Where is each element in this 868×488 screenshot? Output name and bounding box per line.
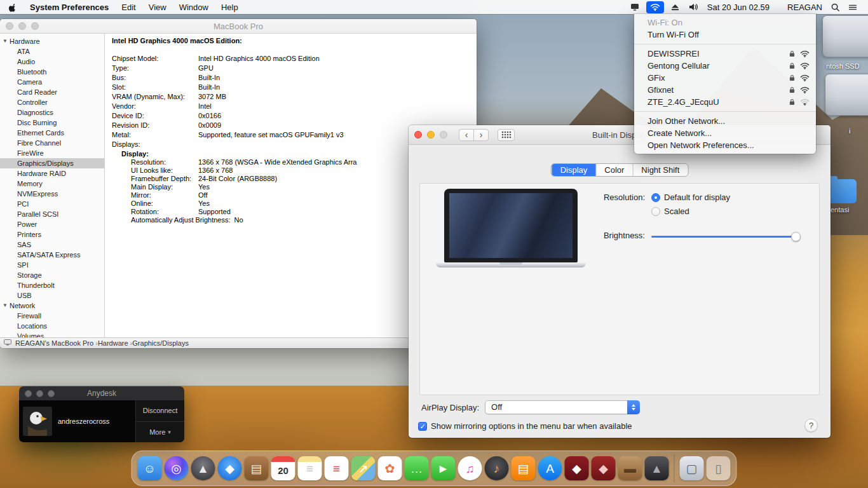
garageband-icon[interactable]: ♪ <box>485 456 509 480</box>
siri-icon[interactable]: ◎ <box>165 456 189 480</box>
disconnect-button[interactable]: Disconnect <box>136 400 184 422</box>
zoom-button[interactable] <box>440 131 447 139</box>
anydesk-titlebar[interactable]: Anydesk <box>19 386 184 400</box>
sidebar-item[interactable]: Power <box>0 219 104 229</box>
finder-icon[interactable]: ☺ <box>138 456 162 480</box>
app-dark-icon[interactable]: ▲ <box>645 456 669 480</box>
itunes-icon[interactable]: ♫ <box>458 456 482 480</box>
trash-icon[interactable]: ▯ <box>707 456 731 480</box>
sidebar-item[interactable]: SATA/SATA Express <box>0 250 104 260</box>
wifi-menu-action[interactable]: Create Network... <box>634 127 816 139</box>
launchpad-icon[interactable]: ▲ <box>191 456 215 480</box>
minimized-window-icon[interactable]: ▢ <box>680 456 704 480</box>
sidebar-item[interactable]: SPI <box>0 260 104 270</box>
tab[interactable]: Night Shift <box>632 164 688 176</box>
sidebar-item[interactable]: Printers <box>0 229 104 240</box>
sidebar-item[interactable]: Memory <box>0 179 104 189</box>
sidebar-item[interactable]: Disc Burning <box>0 118 104 128</box>
sidebar-item[interactable]: Parallel SCSI <box>0 209 104 219</box>
sidebar-item[interactable]: SAS <box>0 240 104 250</box>
sidebar-item[interactable]: Firewall <box>0 311 104 321</box>
desktop[interactable]: ntosh SSDientasi MacBook Pro ▼ Hardware <box>0 0 868 488</box>
zoom-button[interactable] <box>31 22 39 30</box>
reminders-icon[interactable]: ≡ <box>325 456 349 480</box>
tab[interactable]: Color <box>595 164 632 176</box>
brightness-slider[interactable] <box>651 232 801 241</box>
Gentong Cellular[interactable]: Gentong Cellular <box>634 60 816 72</box>
radio-button-icon[interactable] <box>651 207 660 216</box>
sidebar-item[interactable]: ▼ Hardware <box>0 36 104 46</box>
resolution-radio-option[interactable]: Scaled <box>651 207 730 216</box>
slider-thumb[interactable] <box>791 232 801 241</box>
wifi-menu-action[interactable]: Open Network Preferences... <box>634 139 816 151</box>
desktop-disk-icon-2[interactable] <box>825 74 868 116</box>
close-button[interactable] <box>6 22 13 30</box>
notification-center-icon[interactable] <box>844 0 862 14</box>
menu-bar-menu[interactable]: View <box>149 3 166 12</box>
close-button[interactable] <box>25 390 32 397</box>
sidebar-item[interactable]: Camera <box>0 77 104 87</box>
sidebar-item[interactable]: Fibre Channel <box>0 138 104 148</box>
dropdown-stepper-icon[interactable] <box>627 400 640 414</box>
sidebar-item[interactable]: Hardware RAID <box>0 168 104 179</box>
minimize-button[interactable] <box>36 390 43 397</box>
minimize-button[interactable] <box>18 22 26 30</box>
menu-bar-clock[interactable]: Sat 20 Jun 02.59 <box>703 3 774 12</box>
close-button[interactable] <box>414 131 422 139</box>
toolbox-icon[interactable]: ▬ <box>618 456 642 480</box>
minimize-button[interactable] <box>427 131 435 139</box>
sidebar-item[interactable]: ATA <box>0 46 104 57</box>
tab[interactable]: Display <box>552 164 596 176</box>
apple-menu[interactable] <box>9 3 17 12</box>
mirroring-checkbox[interactable] <box>418 422 427 431</box>
wifi-menu-icon[interactable] <box>646 1 664 13</box>
photos-icon[interactable]: ✿ <box>378 456 402 480</box>
forward-button[interactable]: › <box>473 129 489 141</box>
app-red-2-icon[interactable]: ◆ <box>592 456 616 480</box>
radio-button-icon[interactable] <box>651 193 660 202</box>
volume-icon[interactable] <box>684 0 703 14</box>
books-icon[interactable]: ▤ <box>512 456 536 480</box>
sidebar-item[interactable]: Storage <box>0 270 104 280</box>
show-all-button[interactable] <box>498 129 515 141</box>
calendar-icon[interactable]: 20 <box>271 456 295 480</box>
anydesk-menubar-icon[interactable] <box>626 0 644 14</box>
maps-icon[interactable]: ↗ <box>351 456 376 480</box>
messages-icon[interactable]: … <box>405 456 429 480</box>
slider-track[interactable] <box>651 236 801 238</box>
ZTE_2.4G_JEcquU[interactable]: ZTE_2.4G_JEcquU <box>634 96 816 108</box>
sidebar-item[interactable]: Ethernet Cards <box>0 128 104 138</box>
sidebar-item[interactable]: Controller <box>0 97 104 107</box>
sidebar-item[interactable]: Diagnostics <box>0 107 104 118</box>
sidebar-item[interactable]: Audio <box>0 57 104 67</box>
safari-icon[interactable]: ◆ <box>218 456 242 480</box>
menu-bar-user[interactable]: REAGAN <box>783 3 827 12</box>
sidebar-item[interactable]: Locations <box>0 321 104 331</box>
Gfixnet[interactable]: Gfixnet <box>634 84 816 96</box>
sidebar-item[interactable]: USB <box>0 290 104 301</box>
more-button[interactable]: More ▾ <box>136 422 184 443</box>
app-menu-title[interactable]: System Preferences <box>30 3 109 12</box>
eject-icon[interactable] <box>667 0 684 14</box>
disclosure-triangle-icon[interactable]: ▼ <box>3 36 10 46</box>
turn-wifi-off-item[interactable]: Turn Wi-Fi Off <box>634 29 816 41</box>
wifi-menu-action[interactable]: Join Other Network... <box>634 115 816 127</box>
notes-icon[interactable]: ≡ <box>298 456 322 480</box>
contacts-icon[interactable]: ▤ <box>245 456 269 480</box>
system-information-titlebar[interactable]: MacBook Pro <box>0 19 477 34</box>
menu-bar-menu[interactable]: Edit <box>121 3 135 12</box>
desktop-disk-icon-1[interactable] <box>822 15 868 57</box>
dock-divider[interactable] <box>674 454 675 482</box>
app-red-1-icon[interactable]: ◆ <box>565 456 589 480</box>
sidebar-item[interactable]: NVMExpress <box>0 189 104 199</box>
sidebar-item[interactable]: Volumes <box>0 331 104 337</box>
sidebar-item[interactable]: Graphics/Displays <box>0 158 104 168</box>
back-button[interactable]: ‹ <box>459 129 474 141</box>
sidebar-item[interactable]: ▼ Network <box>0 301 104 311</box>
facetime-icon[interactable]: ► <box>431 456 456 480</box>
zoom-button[interactable] <box>48 390 55 397</box>
sidebar-item[interactable]: Thunderbolt <box>0 280 104 290</box>
disclosure-triangle-icon[interactable]: ▼ <box>3 301 10 311</box>
help-button[interactable]: ? <box>804 419 818 432</box>
menu-bar-menu[interactable]: Help <box>221 3 238 12</box>
